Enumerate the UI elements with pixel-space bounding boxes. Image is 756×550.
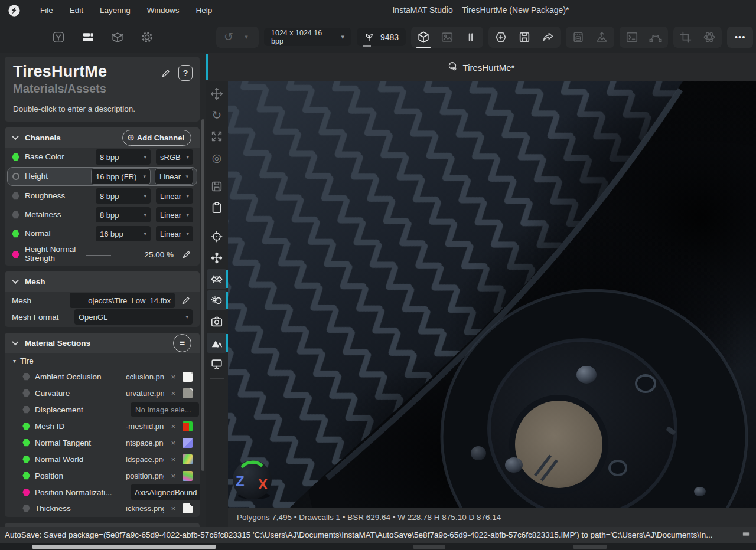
bpp-select[interactable]: 8 bpp▾: [96, 188, 151, 204]
bpp-select[interactable]: 8 bpp▾: [96, 149, 151, 165]
colorspace-select[interactable]: Linear▾: [156, 226, 193, 241]
clipboard-button[interactable]: [207, 198, 227, 218]
layering-workspace-button[interactable]: [80, 30, 96, 45]
scale-fit-button[interactable]: [207, 126, 227, 146]
remove-image-button[interactable]: ×: [169, 455, 178, 464]
map-row-position-normalization[interactable]: Position Normalizati... AxisAlignedBound…: [5, 484, 200, 500]
undo-button[interactable]: ↺: [220, 28, 237, 46]
material-sections-header[interactable]: Material Sections ≡: [5, 333, 200, 353]
3d-render-view[interactable]: Z X: [228, 81, 756, 508]
undo-history-dropdown[interactable]: ▾: [238, 28, 255, 46]
map-row-thickness[interactable]: Thickness ickness.png ×: [5, 500, 200, 517]
menu-file[interactable]: File: [32, 0, 61, 21]
move-tool-button[interactable]: [207, 84, 227, 104]
menu-edit[interactable]: Edit: [61, 0, 92, 21]
package-workspace-button[interactable]: [110, 30, 125, 45]
menu-windows[interactable]: Windows: [139, 0, 188, 21]
gizmo-z-axis-label[interactable]: Z: [236, 473, 245, 489]
parameters-section-header[interactable]: Parameters: [5, 523, 200, 527]
height-normal-strength-field[interactable]: 25.00 %: [85, 250, 175, 259]
share-export-button[interactable]: [540, 28, 556, 46]
wireframe-view-button[interactable]: [207, 269, 227, 289]
remove-image-button[interactable]: ×: [169, 389, 178, 398]
edit-pencil-button[interactable]: [180, 248, 193, 261]
resolution-select[interactable]: 1024 x 1024 16 bpp ▾: [264, 28, 351, 46]
mesh-section-header[interactable]: Mesh: [5, 271, 200, 292]
slider-track[interactable]: [86, 255, 111, 256]
colorspace-select[interactable]: Linear▾: [156, 188, 193, 204]
no-image-field[interactable]: No Image sele...: [131, 402, 199, 417]
remove-image-button[interactable]: ×: [169, 372, 178, 381]
map-row-curvature[interactable]: Curvature urvature.png ×: [5, 385, 200, 401]
pivot-rings-button[interactable]: ◎: [207, 148, 227, 168]
edit-pencil-button[interactable]: [180, 294, 193, 307]
more-options-button[interactable]: •••: [727, 27, 753, 48]
viewport-tab-bar[interactable]: TiresHurtMe*: [206, 53, 756, 81]
image-thumbnail[interactable]: [183, 503, 193, 513]
seed-control[interactable]: 9483: [357, 28, 406, 46]
collapse-chevron-icon[interactable]: [12, 277, 18, 284]
map-row-mesh-id[interactable]: Mesh ID -meshid.png ×: [5, 418, 200, 434]
export-maps-button[interactable]: [594, 28, 610, 46]
package-description[interactable]: Double-click to enter a description.: [13, 104, 191, 113]
scene-nodes-button[interactable]: [207, 248, 227, 268]
mesh-file-field[interactable]: ojeccts\Tire_Low_14.fbx: [70, 293, 175, 308]
orientation-gizmo[interactable]: Z X: [233, 460, 272, 499]
remove-image-button[interactable]: ×: [169, 504, 178, 513]
camera-button[interactable]: [207, 312, 227, 332]
colorspace-select[interactable]: Linear▾: [156, 207, 193, 222]
map-row-displacement[interactable]: Displacement No Image sele...: [5, 401, 200, 418]
position-normalization-select[interactable]: AxisAlignedBound▾: [131, 484, 200, 500]
channel-row-base-color[interactable]: Base Color 8 bpp▾ sRGB▾: [5, 148, 200, 166]
collapse-chevron-icon[interactable]: [12, 339, 18, 345]
remove-image-button[interactable]: ×: [169, 438, 178, 447]
remove-image-button[interactable]: ×: [169, 422, 178, 431]
panel-scrollbar[interactable]: [201, 119, 204, 471]
presentation-button[interactable]: [207, 354, 227, 374]
section-menu-button[interactable]: ≡: [173, 334, 191, 352]
bpp-select[interactable]: 16 bpp (FR)▾: [92, 169, 150, 184]
channel-row-roughness[interactable]: Roughness 8 bpp▾ Linear▾: [5, 186, 200, 205]
environment-button[interactable]: [207, 333, 227, 353]
image-thumbnail[interactable]: [183, 471, 193, 481]
image-thumbnail[interactable]: [183, 454, 193, 464]
curve-editor-button[interactable]: [647, 28, 664, 46]
add-element-button[interactable]: [493, 28, 509, 46]
save-button[interactable]: [516, 28, 533, 46]
tree-expand-icon[interactable]: ▾: [13, 358, 16, 364]
channel-row-height[interactable]: Height 16 bpp (FR)▾ Linear▾: [7, 167, 197, 186]
console-button[interactable]: [624, 28, 640, 46]
bake-button[interactable]: [570, 28, 586, 46]
mesh-format-select[interactable]: OpenGL▾: [74, 309, 193, 325]
menu-layering[interactable]: Layering: [92, 0, 139, 21]
graph-workspace-button[interactable]: [51, 30, 66, 45]
map-row-normal-tangent[interactable]: Normal Tangent ntspace.png ×: [5, 434, 200, 451]
focus-object-button[interactable]: [207, 227, 227, 247]
2d-image-view-button[interactable]: [439, 28, 455, 46]
channel-row-normal[interactable]: Normal 16 bpp▾ Linear▾: [5, 224, 200, 243]
help-button[interactable]: ?: [178, 65, 193, 81]
image-thumbnail[interactable]: [183, 388, 193, 398]
colorspace-select[interactable]: sRGB▾: [156, 149, 193, 165]
image-thumbnail[interactable]: [183, 372, 193, 382]
channel-row-metalness[interactable]: Metalness 8 bpp▾ Linear▾: [5, 205, 200, 224]
image-thumbnail[interactable]: [183, 438, 193, 448]
map-row-normal-world[interactable]: Normal World ldspace.png ×: [5, 451, 200, 467]
colorspace-select[interactable]: Linear▾: [155, 169, 193, 184]
physics-button[interactable]: [701, 28, 718, 46]
channels-section-header[interactable]: Channels ⊕ Add Channel: [5, 127, 200, 148]
3d-view-button[interactable]: [415, 28, 432, 46]
image-thumbnail[interactable]: [183, 421, 193, 431]
channel-row-height-normal-strength[interactable]: Height Normal Strength 25.00 %: [5, 243, 200, 266]
map-row-ambient-occlusion[interactable]: Ambient Occlusion cclusion.png ×: [5, 368, 200, 385]
settings-button[interactable]: [139, 30, 155, 45]
render-settings-button[interactable]: [207, 290, 227, 310]
map-row-position[interactable]: Position position.png ×: [5, 467, 200, 484]
log-list-icon[interactable]: [742, 530, 750, 540]
bpp-select[interactable]: 16 bpp▾: [96, 226, 151, 241]
collapse-chevron-icon[interactable]: [12, 133, 18, 140]
tire-group-row[interactable]: ▾ Tire: [5, 353, 200, 368]
rotate-tool-button[interactable]: ↻: [207, 105, 227, 125]
add-channel-button[interactable]: ⊕ Add Channel: [122, 130, 191, 146]
save-view-button[interactable]: [207, 176, 227, 197]
